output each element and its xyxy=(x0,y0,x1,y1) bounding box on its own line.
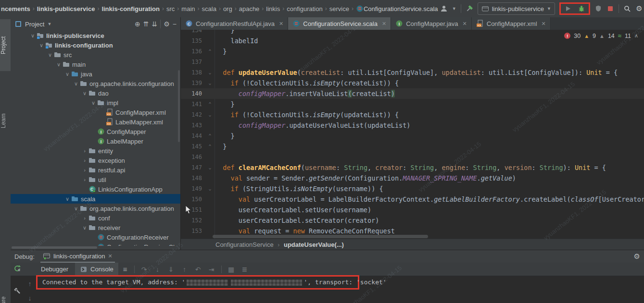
step-over-icon[interactable]: ↷ xyxy=(139,266,150,273)
breadcrumb-member[interactable]: updateUserValue(...) xyxy=(284,241,344,248)
stripe-tab-project[interactable]: Project xyxy=(0,19,11,71)
run-configuration-select[interactable]: linkis-publicservice ▼ xyxy=(478,2,555,15)
force-step-into-icon[interactable]: ⇓ xyxy=(165,266,177,273)
chevron-expanded-icon[interactable]: ∨ xyxy=(72,206,80,212)
code-editor[interactable]: 134 }135 labelId136⌃ }137138⌄ def update… xyxy=(181,30,644,250)
tree-item-org-apache-linkis-configuration[interactable]: ∨org.apache.linkis.configuration xyxy=(11,204,180,213)
drop-frame-icon[interactable]: ↶ xyxy=(192,266,204,273)
code-line-140[interactable]: 140 configMapper.insertValueList(createL… xyxy=(181,88,644,99)
fold-close-icon[interactable]: ⌃ xyxy=(205,141,215,152)
tree-item-conf[interactable]: ›conf xyxy=(11,213,180,223)
chevron-collapsed-icon[interactable]: › xyxy=(81,215,88,221)
code-line-152[interactable]: 152 userCreatorLabel.setCreator(creator) xyxy=(181,215,644,226)
chevron-collapsed-icon[interactable]: › xyxy=(81,177,88,182)
tree-item-linkisconfigurationapp[interactable]: CLinkisConfigurationApp xyxy=(11,184,180,194)
chevron-up-icon[interactable]: ∧ xyxy=(634,33,638,39)
locate-icon[interactable]: ⊕ xyxy=(135,20,140,28)
evaluate-expression-icon[interactable]: ▦ xyxy=(226,266,237,273)
breadcrumb-item[interactable]: scala xyxy=(202,5,216,12)
tree-item-entity[interactable]: ›entity xyxy=(11,146,180,156)
debug-tab-debugger[interactable]: Debugger xyxy=(36,263,73,276)
close-icon[interactable]: ✕ xyxy=(108,253,113,259)
horizontal-scrollbar[interactable] xyxy=(12,246,97,249)
tree-item-impl[interactable]: ∨impl xyxy=(11,98,180,108)
expand-all-icon[interactable]: ⇈ xyxy=(143,20,149,28)
code-line-149[interactable]: 149⌄ if (StringUtils.isNotEmpty(username… xyxy=(181,183,644,194)
breadcrumb-item[interactable]: main xyxy=(181,5,195,12)
debug-icon[interactable] xyxy=(578,5,585,12)
chevron-expanded-icon[interactable]: ∨ xyxy=(63,196,71,202)
tree-item-util[interactable]: ›util xyxy=(11,175,180,184)
close-icon[interactable]: ✕ xyxy=(382,21,386,27)
fold-open-icon[interactable]: ⌄ xyxy=(205,183,215,194)
vertical-scrollbar[interactable] xyxy=(178,70,180,142)
settings-gear-icon[interactable]: ⚙ xyxy=(635,5,643,12)
options-menu-icon[interactable]: ≡ xyxy=(120,265,130,273)
close-icon[interactable]: ✕ xyxy=(542,21,546,27)
editor-tab-configmapper-java[interactable]: IConfigMapper.java✕ xyxy=(391,17,472,30)
chevron-expanded-icon[interactable]: ∨ xyxy=(55,61,63,68)
chevron-expanded-icon[interactable]: ∨ xyxy=(38,42,45,48)
code-line-138[interactable]: 138⌄ def updateUserValue(createList: uti… xyxy=(181,67,644,78)
coverage-icon[interactable] xyxy=(594,5,602,12)
code-line-145[interactable]: 145⌃ } xyxy=(181,141,644,152)
step-into-icon[interactable]: ↓ xyxy=(152,266,164,273)
debug-tab-console[interactable]: Console xyxy=(75,263,118,276)
code-line-141[interactable]: 141⌃ } xyxy=(181,99,644,109)
code-line-142[interactable]: 142⌄ if (!CollectionUtils.isEmpty(update… xyxy=(181,109,644,120)
breadcrumb-item[interactable]: configuration xyxy=(287,5,322,12)
tree-item-scala[interactable]: ∨scala xyxy=(11,194,180,204)
breadcrumb-item[interactable]: linkis-publicservice xyxy=(37,5,95,12)
breadcrumb-item[interactable]: service xyxy=(329,5,349,12)
run-icon[interactable] xyxy=(564,5,572,12)
tree-item-linkis-publicservice[interactable]: ∨linkis-publicservice xyxy=(11,31,180,40)
tree-item-exception[interactable]: ›exception xyxy=(11,156,180,165)
tree-item-labelmapper[interactable]: ILabelMapper xyxy=(11,136,180,146)
breadcrumb-item[interactable]: src xyxy=(166,5,175,12)
code-line-146[interactable]: 146 xyxy=(181,152,644,162)
tree-item-configurationreceivercho[interactable]: ConfigurationReceiverCho xyxy=(11,242,180,246)
inspections-widget[interactable]: ! 30 ▲ 9 ▲ 14 ≈ 11 ∧ xyxy=(562,31,640,40)
breadcrumb-item[interactable]: linkis xyxy=(266,5,280,12)
tree-item-configmapper-xml[interactable]: <>ConfigMapper.xml xyxy=(11,108,180,117)
tree-item-java[interactable]: ∨java xyxy=(11,69,180,79)
fold-open-icon[interactable]: ⌄ xyxy=(205,78,215,88)
tree-item-dao[interactable]: ∨dao xyxy=(11,88,180,98)
editor-horizontal-scrollbar[interactable] xyxy=(213,235,428,238)
rerun-icon[interactable] xyxy=(13,265,21,272)
chevron-expanded-icon[interactable]: ∨ xyxy=(46,52,54,58)
step-out-icon[interactable]: ↑ xyxy=(179,266,190,273)
chevron-down-icon[interactable]: ▼ xyxy=(47,22,51,26)
code-line-137[interactable]: 137 xyxy=(181,57,644,67)
collapse-all-icon[interactable]: ⇊ xyxy=(152,20,158,28)
breadcrumb-item[interactable]: org xyxy=(223,5,232,12)
tree-item-labelmapper-xml[interactable]: <>LabelMapper.xml xyxy=(11,117,180,127)
code-line-143[interactable]: 143 configMapper.updateUserValueList(upd… xyxy=(181,120,644,131)
run-to-cursor-icon[interactable]: ⇥ xyxy=(206,266,217,273)
editor-tab-configurationrestfulapi-java[interactable]: CConfigurationRestfulApi.java✕ xyxy=(181,17,288,30)
chevron-expanded-icon[interactable]: ∨ xyxy=(72,81,80,87)
chevron-collapsed-icon[interactable]: › xyxy=(81,158,88,163)
chevron-collapsed-icon[interactable]: › xyxy=(81,167,88,173)
tree-item-main[interactable]: ∨main xyxy=(11,60,180,69)
tree-item-restful-api[interactable]: ›restful.api xyxy=(11,165,180,175)
search-icon[interactable] xyxy=(623,5,631,12)
debug-session-tab[interactable]: linkis-configuration ✕ xyxy=(40,250,115,263)
settings-gear-icon[interactable]: ⚙ xyxy=(634,252,640,261)
fold-close-icon[interactable]: ⌃ xyxy=(205,99,215,109)
tree-item-configurationreceiver[interactable]: ConfigurationReceiver xyxy=(11,232,180,242)
chevron-down-icon[interactable]: ▼ xyxy=(452,6,456,11)
breadcrumb-class[interactable]: ConfigurationService xyxy=(215,241,274,248)
editor-tab-configurationservice-scala[interactable]: ConfigurationService.scala✕ xyxy=(288,17,391,30)
chevron-collapsed-icon[interactable]: › xyxy=(81,148,88,154)
settings-gear-icon[interactable]: ⚙ xyxy=(164,20,170,28)
tree-item-receiver[interactable]: ∨receiver xyxy=(11,223,180,232)
code-line-151[interactable]: 151 userCreatorLabel.setUser(username) xyxy=(181,205,644,215)
breadcrumb-item[interactable]: linkis-configuration xyxy=(101,5,160,12)
breadcrumb-item[interactable]: apache xyxy=(239,5,260,12)
tree-item-linkis-configuration[interactable]: ∨linkis-configuration xyxy=(11,40,180,50)
code-line-148[interactable]: 148 val sender = Sender.getSender(Config… xyxy=(181,173,644,183)
fold-close-icon[interactable]: ⌃ xyxy=(205,46,215,57)
editor-tab-configmapper-xml[interactable]: <>ConfigMapper.xml✕ xyxy=(472,17,551,30)
arrow-down-icon[interactable]: ↓ xyxy=(28,294,32,302)
